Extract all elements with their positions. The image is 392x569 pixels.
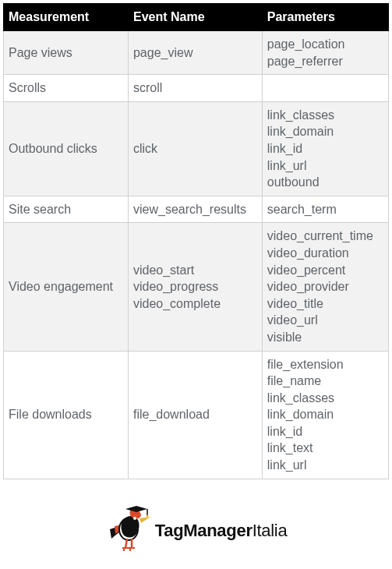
table-row: Video engagement video_start video_progr… (4, 223, 389, 351)
cell-event-name: click (128, 101, 262, 196)
table-row: Scrolls scroll (4, 75, 389, 102)
cell-measurement: File downloads (4, 351, 129, 479)
table-row: Page views page_view page_location page_… (4, 31, 389, 75)
cell-parameters (262, 75, 388, 102)
woodpecker-icon (105, 503, 150, 559)
brand-logo: TagManagerItalia (3, 503, 389, 559)
cell-parameters: search_term (262, 196, 388, 223)
brand-text-bold: TagManager (155, 521, 253, 540)
cell-measurement: Video engagement (4, 223, 129, 351)
table-header-row: Measurement Event Name Parameters (4, 4, 389, 31)
table-row: File downloads file_download file_extens… (4, 351, 389, 479)
cell-parameters: link_classes link_domain link_id link_ur… (262, 101, 388, 196)
header-parameters: Parameters (262, 4, 388, 31)
header-event-name: Event Name (128, 4, 262, 31)
svg-point-1 (133, 517, 136, 520)
cell-measurement: Page views (4, 31, 129, 75)
cell-measurement: Site search (4, 196, 129, 223)
cell-measurement: Scrolls (4, 75, 129, 102)
cell-parameters: video_current_time video_duration video_… (262, 223, 388, 351)
table-row: Site search view_search_results search_t… (4, 196, 389, 223)
cell-measurement: Outbound clicks (4, 101, 129, 196)
cell-parameters: page_location page_referrer (262, 31, 388, 75)
cell-event-name: file_download (128, 351, 262, 479)
svg-point-3 (146, 514, 148, 517)
cell-parameters: file_extension file_name link_classes li… (262, 351, 388, 479)
cell-event-name: video_start video_progress video_complet… (128, 223, 262, 351)
header-measurement: Measurement (4, 4, 129, 31)
brand-text-light: Italia (253, 521, 288, 540)
cell-event-name: scroll (128, 75, 262, 102)
cell-event-name: view_search_results (128, 196, 262, 223)
table-row: Outbound clicks click link_classes link_… (4, 101, 389, 196)
events-table: Measurement Event Name Parameters Page v… (3, 3, 389, 479)
brand-text: TagManagerItalia (155, 521, 288, 541)
cell-event-name: page_view (128, 31, 262, 75)
